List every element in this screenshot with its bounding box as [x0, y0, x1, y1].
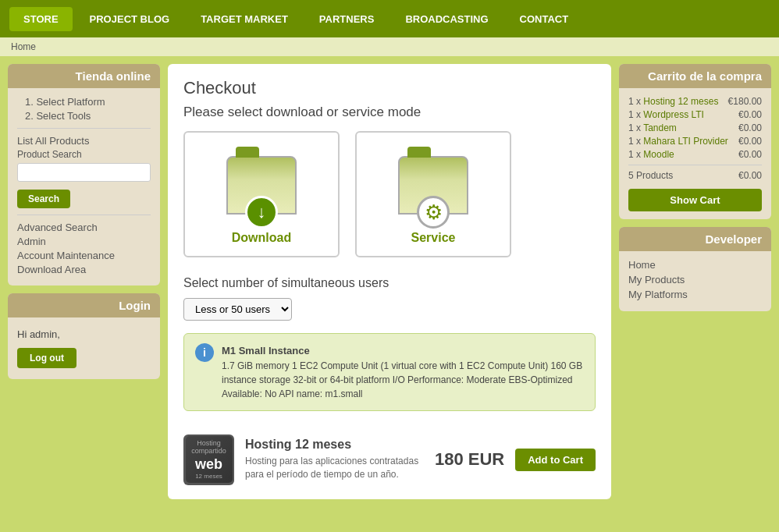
breadcrumb: Home: [0, 37, 779, 56]
nav-broadcasting[interactable]: BROADCASTING: [391, 7, 502, 31]
top-nav: STORE PROJECT BLOG TARGET MARKET PARTNER…: [0, 0, 779, 37]
cart-item-name-0[interactable]: Hosting 12 meses: [643, 96, 718, 107]
cart-item-price-0: €180.00: [728, 96, 762, 107]
cart-item-price-4: €0.00: [738, 149, 762, 160]
cart-total-price: €0.00: [738, 170, 762, 181]
cart-total-row: 5 Products €0.00: [628, 170, 762, 181]
nav-contact[interactable]: CONTACT: [506, 7, 583, 31]
sidebar-select-tools[interactable]: 2. Select Tools: [25, 110, 151, 122]
service-label: Service: [368, 231, 499, 245]
download-arrow-icon: ↓: [258, 204, 266, 221]
cart-title: Carrito de la compra: [619, 64, 771, 88]
product-name: Hosting 12 meses: [245, 438, 424, 452]
cart-item-3: 1 x Mahara LTI Provider €0.00: [628, 136, 762, 147]
cart-item-price-2: €0.00: [738, 122, 762, 133]
cart-item-price-1: €0.00: [738, 109, 762, 120]
service-icon: ⚙: [394, 144, 472, 214]
download-label: Download: [196, 231, 327, 245]
sidebar-account-maintenance[interactable]: Account Maintenance: [17, 250, 151, 261]
info-box-text: M1 Small Instance 1.7 GiB memory 1 EC2 C…: [222, 343, 584, 401]
sidebar-advanced-search[interactable]: Advanced Search: [17, 222, 151, 233]
download-card[interactable]: ↓ Download: [183, 131, 340, 257]
logout-button[interactable]: Log out: [17, 348, 76, 368]
sidebar-select-platform[interactable]: 1. Select Platform: [25, 96, 151, 108]
info-box: i M1 Small Instance 1.7 GiB memory 1 EC2…: [183, 333, 596, 411]
users-title: Select number of simultaneous users: [183, 276, 596, 290]
developer-title: Developer: [619, 227, 771, 251]
service-card[interactable]: ⚙ Service: [355, 131, 511, 257]
download-icon: ↓: [222, 144, 301, 214]
search-button[interactable]: Search: [17, 190, 70, 208]
developer-my-products[interactable]: My Products: [628, 274, 762, 286]
show-cart-button[interactable]: Show Cart: [628, 189, 762, 211]
nav-target-market[interactable]: TARGET MARKET: [187, 7, 302, 31]
search-label: Product Search: [17, 149, 151, 160]
sidebar-title: Tienda online: [8, 64, 160, 88]
nav-store[interactable]: STORE: [9, 7, 73, 31]
info-icon: i: [195, 343, 214, 362]
cart-total-label: 5 Products: [628, 170, 673, 181]
cart-item-name-3[interactable]: Mahara LTI Provider: [643, 136, 728, 147]
login-title: Login: [8, 293, 160, 317]
users-select-wrapper: Less or 50 users: [183, 298, 596, 321]
developer-my-platforms[interactable]: My Platforms: [628, 289, 762, 300]
cart-item-name-2[interactable]: Tandem: [643, 122, 677, 133]
product-desc: Hosting para las aplicaciones contratada…: [245, 455, 424, 481]
nav-partners[interactable]: PARTNERS: [305, 7, 389, 31]
users-select[interactable]: Less or 50 users: [183, 298, 292, 321]
cart-item-2: 1 x Tandem €0.00: [628, 122, 762, 133]
checkout-subtitle: Please select download or service mode: [183, 105, 596, 120]
page-title: Checkout: [183, 78, 596, 98]
cart-item-1: 1 x Wordpress LTI €0.00: [628, 109, 762, 120]
breadcrumb-home[interactable]: Home: [11, 41, 36, 52]
nav-project-blog[interactable]: PROJECT BLOG: [76, 7, 184, 31]
cart-item-name-1[interactable]: Wordpress LTI: [643, 109, 704, 120]
add-to-cart-button[interactable]: Add to Cart: [515, 449, 596, 471]
product-thumbnail: Hosting compartido web 12 meses: [183, 434, 234, 485]
service-gear-icon: ⚙: [425, 200, 443, 225]
mode-cards: ↓ Download ⚙ Ser: [183, 131, 596, 257]
sidebar-admin[interactable]: Admin: [17, 236, 151, 247]
developer-home[interactable]: Home: [628, 259, 762, 271]
cart-item-price-3: €0.00: [738, 136, 762, 147]
product-price: 180 EUR: [435, 449, 504, 470]
product-row: Hosting compartido web 12 meses Hosting …: [183, 427, 596, 485]
login-greeting: Hi admin,: [17, 328, 151, 340]
cart-item-0: 1 x Hosting 12 meses €180.00: [628, 96, 762, 107]
cart-item-name-4[interactable]: Moodle: [643, 149, 674, 160]
sidebar-download-area[interactable]: Download Area: [17, 264, 151, 275]
product-info: Hosting 12 meses Hosting para las aplica…: [245, 438, 424, 481]
cart-item-4: 1 x Moodle €0.00: [628, 149, 762, 160]
search-input[interactable]: [17, 163, 151, 182]
sidebar-list-all[interactable]: List All Products: [17, 135, 151, 147]
